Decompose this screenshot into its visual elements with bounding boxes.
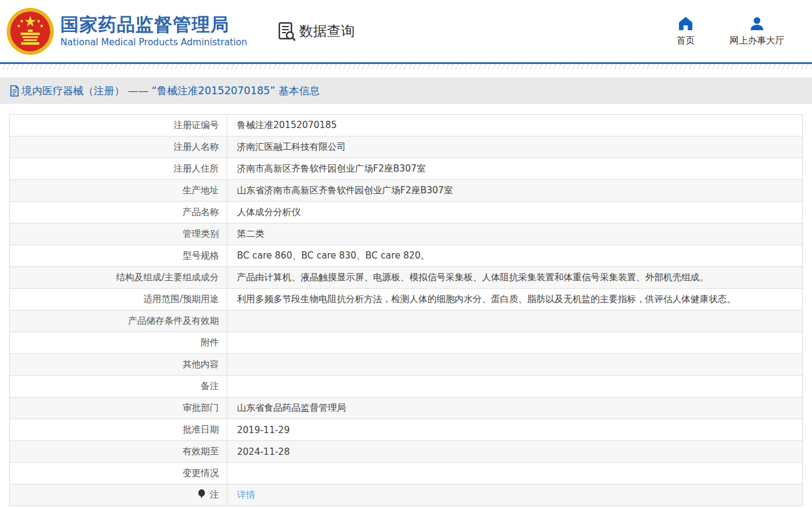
row-label: 产品储存条件及有效期: [10, 310, 227, 332]
table-row: 注详情: [10, 484, 803, 506]
row-label: 批准日期: [10, 419, 227, 441]
row-value: 山东省食品药品监督管理局: [227, 397, 803, 419]
table-row: 其他内容: [10, 354, 803, 376]
table-row: 注册证编号鲁械注准20152070185: [10, 115, 803, 137]
row-value: BC care 860、BC care 830、BC care 820。: [227, 245, 803, 267]
registration-info-table: 注册证编号鲁械注准20152070185注册人名称济南汇医融工科技有限公司注册人…: [9, 114, 803, 506]
table-row: 管理类别第二类: [10, 223, 803, 245]
page-header: 国家药品监督管理局 National Medical Products Admi…: [0, 0, 812, 62]
row-label: 变更情况: [10, 463, 227, 484]
breadcrumb-bar: 境内医疗器械（注册） —— “鲁械注准20152070185” 基本信息: [0, 77, 812, 104]
page-title: 境内医疗器械（注册） —— “鲁械注准20152070185” 基本信息: [22, 84, 320, 98]
row-value: [227, 310, 803, 332]
row-label: 注册人住所: [10, 158, 227, 180]
row-label: 型号规格: [10, 245, 227, 267]
table-row: 批准日期2019-11-29: [10, 419, 803, 441]
row-label: 生产地址: [10, 180, 227, 202]
row-label: 备注: [10, 376, 227, 397]
table-row: 注册人住所济南市高新区齐鲁软件园创业广场F2座B307室: [10, 158, 803, 180]
site-logo[interactable]: 国家药品监督管理局 National Medical Products Admi…: [6, 7, 247, 56]
row-value: 人体成分分析仪: [227, 202, 803, 223]
row-label: 注册证编号: [10, 115, 227, 137]
table-row: 备注: [10, 376, 803, 397]
table-row: 生产地址山东省济南市高新区齐鲁软件园创业广场F2座B307室: [10, 180, 803, 202]
row-label: 审批部门: [10, 397, 227, 419]
row-label: 适用范围/预期用途: [10, 289, 227, 310]
site-title: 国家药品监督管理局: [60, 14, 247, 36]
row-value: [227, 332, 803, 354]
table-row: 适用范围/预期用途利用多频多节段生物电阻抗分析方法，检测人体的细胞内水分、蛋白质…: [10, 289, 803, 310]
header-nav: 首页 网上办事大厅: [677, 16, 812, 47]
row-value: 2024-11-28: [227, 441, 803, 463]
row-label: 结构及组成/主要组成成分: [10, 267, 227, 289]
table-row: 审批部门山东省食品药品监督管理局: [10, 397, 803, 419]
nav-service-hall[interactable]: 网上办事大厅: [730, 16, 784, 47]
document-icon: [10, 85, 19, 97]
table-row: 产品名称人体成分分析仪: [10, 202, 803, 223]
row-value: 利用多频多节段生物电阻抗分析方法，检测人体的细胞内水分、蛋白质、脂肪以及无机盐的…: [227, 289, 803, 310]
row-label: 附件: [10, 332, 227, 354]
breadcrumb: 境内医疗器械（注册） —— “鲁械注准20152070185” 基本信息: [10, 84, 320, 98]
table-row: 型号规格BC care 860、BC care 830、BC care 820。: [10, 245, 803, 267]
nav-home[interactable]: 首页: [677, 16, 695, 47]
detail-link[interactable]: 详情: [237, 489, 255, 500]
table-row: 附件: [10, 332, 803, 354]
doc-search-icon: [276, 21, 297, 42]
row-value: 济南汇医融工科技有限公司: [227, 137, 803, 158]
site-subtitle: National Medical Products Administration: [60, 37, 247, 48]
row-value: 产品由计算机、液晶触摸显示屏、电源板、模拟信号采集板、人体阻抗采集装置和体重信号…: [227, 267, 803, 289]
row-label: 产品名称: [10, 202, 227, 223]
china-national-emblem-icon: [6, 7, 54, 56]
row-value: 济南市高新区齐鲁软件园创业广场F2座B307室: [227, 158, 803, 180]
row-label: 注: [10, 484, 227, 506]
row-label: 管理类别: [10, 223, 227, 245]
row-value: 2019-11-29: [227, 419, 803, 441]
table-row: 结构及组成/主要组成成分产品由计算机、液晶触摸显示屏、电源板、模拟信号采集板、人…: [10, 267, 803, 289]
nav-home-label: 首页: [677, 35, 695, 47]
registration-info-table-wrap: 注册证编号鲁械注准20152070185注册人名称济南汇医融工科技有限公司注册人…: [9, 114, 803, 506]
info-table-body: 注册证编号鲁械注准20152070185注册人名称济南汇医融工科技有限公司注册人…: [10, 115, 803, 506]
row-value: 山东省济南市高新区齐鲁软件园创业广场F2座B307室: [227, 180, 803, 202]
hatch-strip: [0, 64, 812, 69]
data-query-entry[interactable]: 数据查询: [276, 21, 355, 42]
row-value: 第二类: [227, 223, 803, 245]
row-value: [227, 376, 803, 397]
nav-service-hall-label: 网上办事大厅: [730, 35, 784, 47]
row-label: 有效期至: [10, 441, 227, 463]
row-value: [227, 354, 803, 376]
row-value: [227, 463, 803, 484]
logo-text: 国家药品监督管理局 National Medical Products Admi…: [60, 14, 247, 48]
home-icon: [678, 16, 693, 31]
table-row: 有效期至2024-11-28: [10, 441, 803, 463]
table-row: 注册人名称济南汇医融工科技有限公司: [10, 137, 803, 158]
user-icon: [749, 16, 765, 31]
row-value: 鲁械注准20152070185: [227, 115, 803, 137]
row-label: 注册人名称: [10, 137, 227, 158]
table-row: 变更情况: [10, 463, 803, 484]
row-label: 其他内容: [10, 354, 227, 376]
balloon-icon: [198, 489, 206, 499]
table-row: 产品储存条件及有效期: [10, 310, 803, 332]
data-query-label: 数据查询: [299, 22, 355, 40]
row-value: 详情: [227, 484, 803, 506]
